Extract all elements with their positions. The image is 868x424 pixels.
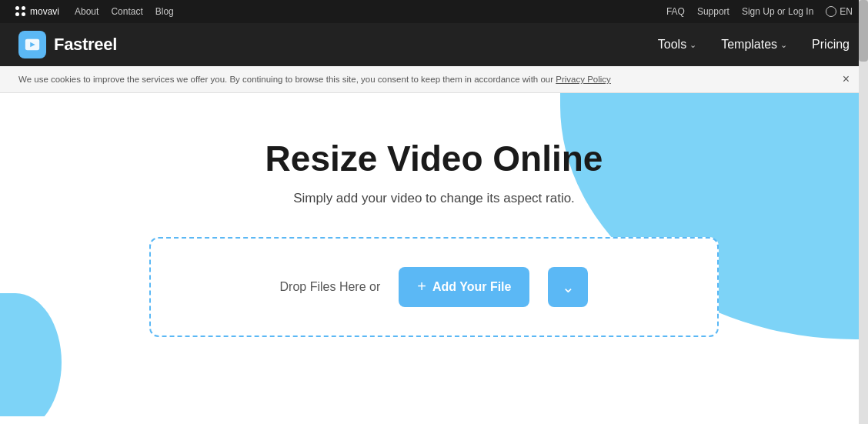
top-bar: movavi About Contact Blog FAQ Support Si…: [0, 0, 868, 23]
cookie-text: We use cookies to improve the services w…: [18, 75, 611, 84]
templates-menu[interactable]: Templates ⌄: [721, 38, 787, 52]
main-nav: Fastreel Tools ⌄ Templates ⌄ Pricing: [0, 23, 868, 66]
top-bar-nav: About Contact Blog: [75, 6, 174, 17]
templates-chevron-icon: ⌄: [780, 40, 787, 50]
movavi-dots-icon: [15, 6, 26, 17]
support-link[interactable]: Support: [697, 6, 729, 17]
privacy-policy-link[interactable]: Privacy Policy: [556, 75, 611, 84]
hero-title: Resize Video Online: [265, 139, 603, 179]
add-file-button[interactable]: + Add Your File: [399, 267, 529, 307]
fastreel-logo-icon: [18, 31, 46, 58]
decorative-shape-bottom-left: [0, 293, 62, 416]
auth-link[interactable]: Sign Up or Log In: [742, 6, 813, 17]
drop-text: Drop Files Here or: [280, 280, 381, 294]
chevron-down-icon: ⌄: [562, 278, 575, 296]
dropdown-button[interactable]: ⌄: [548, 267, 588, 307]
nav-about[interactable]: About: [75, 6, 98, 17]
nav-contact[interactable]: Contact: [111, 6, 142, 17]
add-file-label: Add Your File: [432, 280, 512, 294]
brand-name: Fastreel: [54, 35, 117, 55]
language-label: EN: [840, 6, 853, 17]
tools-chevron-icon: ⌄: [689, 40, 696, 50]
movavi-logo: movavi: [15, 6, 59, 17]
hero-section: Resize Video Online Simply add your vide…: [0, 93, 868, 416]
globe-icon: [826, 6, 836, 17]
tools-label: Tools: [658, 38, 686, 52]
svg-rect-2: [25, 39, 39, 42]
hero-subtitle: Simply add your video to change its aspe…: [293, 191, 575, 206]
brand: Fastreel: [18, 31, 117, 58]
drop-zone[interactable]: Drop Files Here or + Add Your File ⌄: [149, 237, 719, 337]
plus-icon: +: [417, 278, 426, 295]
nav-blog[interactable]: Blog: [155, 6, 174, 17]
cookie-close-button[interactable]: ×: [843, 72, 850, 86]
main-nav-right: Tools ⌄ Templates ⌄ Pricing: [658, 38, 850, 52]
movavi-brand-name: movavi: [30, 6, 59, 17]
tools-menu[interactable]: Tools ⌄: [658, 38, 696, 52]
templates-label: Templates: [721, 38, 777, 52]
pricing-link[interactable]: Pricing: [812, 38, 850, 52]
hero-content: Resize Video Online Simply add your vide…: [134, 139, 734, 337]
language-selector[interactable]: EN: [826, 6, 853, 17]
top-bar-left: movavi About Contact Blog: [15, 6, 174, 17]
top-bar-right: FAQ Support Sign Up or Log In EN: [666, 6, 853, 17]
cookie-banner: We use cookies to improve the services w…: [0, 66, 868, 93]
scrollbar-thumb[interactable]: [859, 0, 868, 62]
faq-link[interactable]: FAQ: [666, 6, 685, 17]
scrollbar[interactable]: [859, 0, 868, 416]
